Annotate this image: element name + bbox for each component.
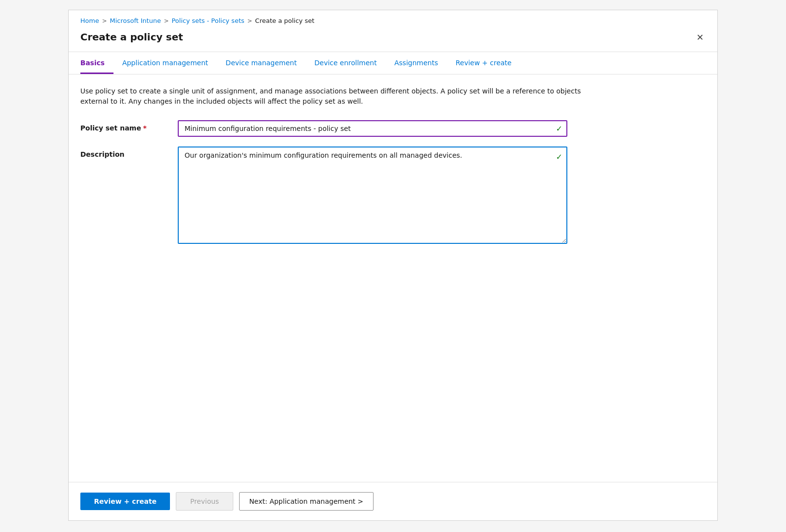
- breadcrumb: Home > Microsoft Intune > Policy sets - …: [69, 10, 717, 29]
- create-policy-set-panel: Home > Microsoft Intune > Policy sets - …: [68, 10, 718, 521]
- tab-basics[interactable]: Basics: [80, 52, 113, 74]
- description-row: Description Our organization's minimum c…: [80, 147, 706, 245]
- policy-set-name-label: Policy set name *: [80, 120, 178, 132]
- policy-set-name-row: Policy set name * ✓: [80, 120, 706, 137]
- description-textarea[interactable]: Our organization's minimum configuration…: [178, 147, 567, 244]
- tab-application-management[interactable]: Application management: [113, 52, 217, 74]
- review-create-button[interactable]: Review + create: [80, 493, 170, 510]
- tabs-bar: Basics Application management Device man…: [69, 52, 717, 74]
- breadcrumb-policy-sets[interactable]: Policy sets - Policy sets: [171, 17, 244, 24]
- breadcrumb-intune[interactable]: Microsoft Intune: [110, 17, 161, 24]
- required-indicator: *: [143, 124, 147, 132]
- breadcrumb-sep-3: >: [247, 18, 252, 24]
- breadcrumb-sep-2: >: [164, 18, 168, 24]
- tab-device-enrollment[interactable]: Device enrollment: [305, 52, 385, 74]
- tab-device-management[interactable]: Device management: [217, 52, 305, 74]
- description-field-wrap: Our organization's minimum configuration…: [178, 147, 567, 245]
- policy-set-name-input[interactable]: [178, 120, 567, 137]
- policy-set-name-field-wrap: ✓: [178, 120, 567, 137]
- close-button[interactable]: ✕: [694, 31, 706, 44]
- intro-description: Use policy set to create a single unit o…: [80, 86, 592, 107]
- panel-footer: Review + create Previous Next: Applicati…: [69, 482, 717, 520]
- previous-button: Previous: [176, 492, 233, 511]
- tab-assignments[interactable]: Assignments: [386, 52, 447, 74]
- breadcrumb-home[interactable]: Home: [80, 17, 99, 24]
- breadcrumb-sep-1: >: [102, 18, 107, 24]
- panel-header: Create a policy set ✕: [69, 29, 717, 52]
- next-button[interactable]: Next: Application management >: [239, 492, 374, 511]
- tab-review-create[interactable]: Review + create: [447, 52, 520, 74]
- page-title: Create a policy set: [80, 31, 183, 43]
- description-label: Description: [80, 147, 178, 158]
- panel-content: Use policy set to create a single unit o…: [69, 74, 717, 482]
- breadcrumb-current: Create a policy set: [255, 17, 315, 24]
